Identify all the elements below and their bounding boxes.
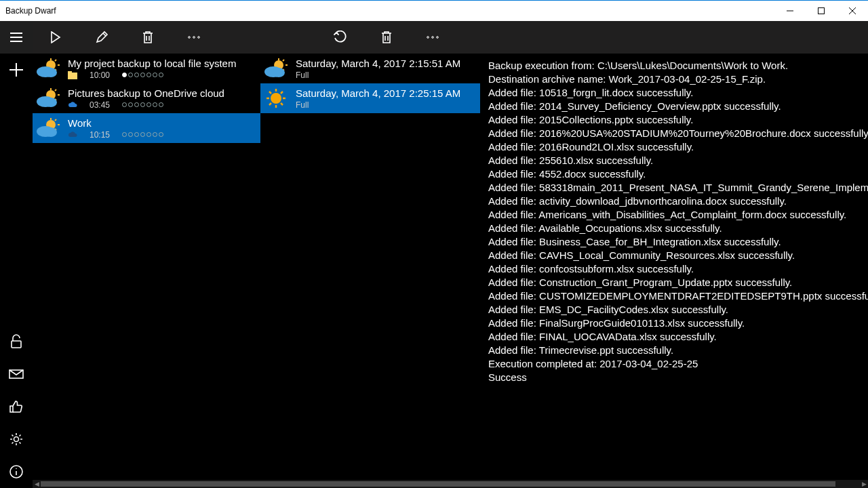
task-time: 10:15 bbox=[90, 130, 110, 140]
task-name: Work bbox=[68, 117, 254, 129]
run-timestamp: Saturday, March 4, 2017 2:15:51 AM bbox=[296, 58, 473, 69]
log-line: Added file: Construction_Grant_Program_U… bbox=[488, 276, 868, 289]
lock-button[interactable] bbox=[0, 325, 33, 358]
svg-point-19 bbox=[427, 37, 429, 39]
destination-icon bbox=[68, 71, 77, 79]
more-run-button[interactable] bbox=[410, 21, 456, 54]
log-line: Destination archive name: Work_2017-03-0… bbox=[488, 73, 868, 86]
log-line: Added file: 4552.docx successfully. bbox=[488, 167, 868, 181]
log-line: Added file: Available_Occupations.xlsx s… bbox=[488, 222, 868, 235]
task-time: 03:45 bbox=[90, 100, 110, 110]
window-title: Backup Dwarf bbox=[5, 6, 56, 16]
svg-line-57 bbox=[269, 92, 271, 94]
scroll-thumb[interactable] bbox=[41, 481, 835, 487]
log-line: Added file: confcostsubform.xlsx success… bbox=[488, 262, 868, 276]
window-minimize-button[interactable] bbox=[774, 1, 806, 21]
task-item[interactable]: My project backup to local file system10… bbox=[33, 54, 260, 83]
svg-point-28 bbox=[45, 68, 57, 77]
run-item[interactable]: Saturday, March 4, 2017 2:25:15 AMFull bbox=[260, 83, 480, 113]
log-line: Added file: Trimecrevise.ppt successfull… bbox=[488, 344, 868, 357]
log-line: Added file: activity_download_jdbvnorthc… bbox=[488, 195, 868, 208]
run-toolbar bbox=[317, 21, 456, 54]
log-line: Added file: EMS_DC_FacilityCodes.xlsx su… bbox=[488, 303, 868, 317]
run-type: Full bbox=[296, 100, 473, 110]
run-type: Full bbox=[296, 70, 473, 80]
log-line: Added file: Business_Case_for_BH_Integra… bbox=[488, 235, 868, 249]
svg-point-16 bbox=[189, 37, 191, 39]
like-button[interactable] bbox=[0, 390, 33, 423]
log-line: Added file: CUSTOMIZEDEMPLOYMENTDRAFT2ED… bbox=[488, 289, 868, 303]
log-line: Execution completed at: 2017-03-04_02-25… bbox=[488, 357, 868, 371]
toolbar bbox=[33, 21, 868, 54]
svg-line-60 bbox=[269, 103, 271, 105]
task-name: Pictures backup to OneDrive cloud bbox=[68, 87, 254, 99]
run-status-icon bbox=[263, 86, 289, 110]
svg-line-25 bbox=[55, 60, 56, 61]
scroll-left-arrow[interactable]: ◀ bbox=[33, 480, 41, 488]
svg-point-21 bbox=[437, 37, 439, 39]
log-line: Added file: 10518_forgn_lit.docx success… bbox=[488, 86, 868, 100]
delete-task-button[interactable] bbox=[125, 21, 171, 54]
svg-rect-1 bbox=[818, 8, 825, 14]
edit-task-button[interactable] bbox=[79, 21, 125, 54]
more-task-button[interactable] bbox=[171, 21, 217, 54]
svg-point-37 bbox=[45, 98, 57, 107]
task-days-indicator bbox=[122, 132, 163, 137]
hamburger-menu-button[interactable] bbox=[0, 21, 33, 54]
weather-icon bbox=[35, 116, 61, 140]
log-line: Added file: FINAL_UOCAVAData.xlsx succes… bbox=[488, 330, 868, 344]
svg-line-58 bbox=[281, 103, 283, 105]
weather-icon bbox=[35, 56, 61, 81]
svg-point-20 bbox=[432, 37, 434, 39]
restore-run-button[interactable] bbox=[317, 21, 363, 54]
log-pane: Backup execution from: C:\Users\Lukes\Do… bbox=[480, 54, 868, 488]
settings-button[interactable] bbox=[0, 423, 33, 455]
task-toolbar bbox=[33, 21, 217, 54]
info-button[interactable] bbox=[0, 455, 33, 488]
svg-line-48 bbox=[283, 60, 284, 61]
scroll-track[interactable] bbox=[41, 480, 860, 488]
log-line: Added file: 583318main_2011_Present_NASA… bbox=[488, 181, 868, 195]
run-list: Saturday, March 4, 2017 2:15:51 AMFullSa… bbox=[260, 54, 480, 488]
log-line: Added file: 2016%20USA%20STADIUM%20Tourn… bbox=[488, 127, 868, 140]
add-task-button[interactable] bbox=[0, 54, 33, 86]
run-item[interactable]: Saturday, March 4, 2017 2:15:51 AMFull bbox=[260, 54, 480, 83]
svg-point-17 bbox=[193, 37, 195, 39]
svg-point-52 bbox=[271, 93, 281, 104]
svg-point-11 bbox=[14, 437, 19, 442]
task-name: My project backup to local file system bbox=[68, 58, 254, 69]
svg-point-51 bbox=[273, 68, 285, 77]
svg-point-18 bbox=[198, 37, 200, 39]
svg-line-59 bbox=[281, 92, 283, 94]
mail-button[interactable] bbox=[0, 358, 33, 390]
run-timestamp: Saturday, March 4, 2017 2:25:15 AM bbox=[296, 87, 473, 99]
window-close-button[interactable] bbox=[837, 1, 868, 21]
scroll-right-arrow[interactable]: ▶ bbox=[860, 480, 868, 488]
svg-line-41 bbox=[55, 119, 56, 121]
run-task-button[interactable] bbox=[33, 21, 79, 54]
task-days-indicator bbox=[122, 102, 163, 107]
window-maximize-button[interactable] bbox=[806, 1, 837, 21]
log-line: Added file: 2016Round2LOI.xlsx successfu… bbox=[488, 140, 868, 154]
svg-rect-9 bbox=[12, 341, 21, 348]
svg-point-44 bbox=[45, 127, 57, 137]
window-titlebar: Backup Dwarf bbox=[0, 0, 868, 21]
run-status-icon bbox=[263, 56, 289, 81]
task-list: My project backup to local file system10… bbox=[33, 54, 260, 488]
log-line: Added file: 2014_Survey_Deficiency_Overv… bbox=[488, 100, 868, 113]
svg-marker-15 bbox=[52, 32, 60, 43]
horizontal-scrollbar[interactable]: ◀ ▶ bbox=[33, 480, 868, 488]
log-line: Backup execution from: C:\Users\Lukes\Do… bbox=[488, 59, 868, 73]
svg-line-34 bbox=[55, 89, 56, 91]
destination-icon bbox=[68, 131, 77, 139]
navigation-rail bbox=[0, 21, 33, 488]
task-item[interactable]: Pictures backup to OneDrive cloud03:45 bbox=[33, 83, 260, 113]
log-line: Added file: CAVHS_Local_Community_Resour… bbox=[488, 249, 868, 262]
delete-run-button[interactable] bbox=[363, 21, 410, 54]
task-time: 10:00 bbox=[90, 70, 110, 80]
log-line: Added file: FinalSurgProcGuide010113.xls… bbox=[488, 317, 868, 330]
svg-rect-30 bbox=[68, 71, 72, 74]
weather-icon bbox=[35, 86, 61, 110]
task-item[interactable]: Work10:15 bbox=[33, 113, 260, 143]
log-line: Added file: Americans_with_Disabilities_… bbox=[488, 208, 868, 222]
